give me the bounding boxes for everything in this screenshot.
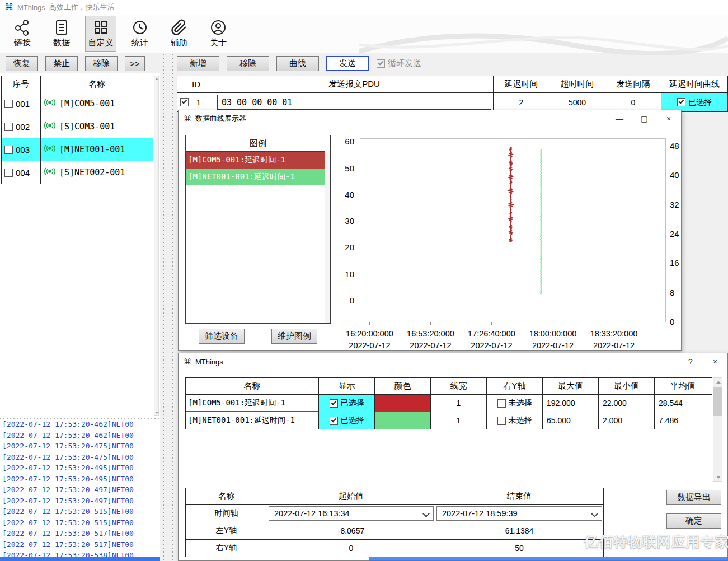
log-panel[interactable]: [2022-07-12 17:53:20-462]NET00 [2022-07-… — [0, 419, 160, 561]
minimize-icon[interactable]: — — [607, 110, 632, 127]
log-line[interactable]: [2022-07-12 17:53:20-462]NET00 — [2, 419, 160, 430]
right-axis-tick-label: 16 — [670, 258, 679, 268]
pdu-row-checkbox[interactable] — [180, 98, 189, 106]
maximize-icon[interactable]: ▢ — [632, 110, 656, 127]
ok-button[interactable]: 确定 — [666, 513, 721, 529]
pdu-curve-cell: 已选择 — [661, 93, 727, 111]
log-line[interactable]: [2022-07-12 17:53:20-515]NET00 — [2, 517, 160, 529]
device-index: 004 — [16, 168, 30, 177]
series-linewidth-cell[interactable]: 1 — [431, 412, 487, 429]
device-row[interactable]: 004 [S]NET002-001 — [2, 161, 153, 184]
series-linewidth-cell[interactable]: 1 — [431, 395, 487, 412]
device-checkbox[interactable] — [4, 169, 13, 177]
toolbar-item-data[interactable]: 数据 — [46, 16, 77, 52]
pdu-delay-cell[interactable]: 2 — [494, 93, 549, 111]
right-y-checkbox[interactable] — [497, 399, 506, 408]
remove-button[interactable]: 移除 — [227, 56, 269, 71]
toolbar-item-statistics[interactable]: 统计 — [124, 16, 156, 52]
settings-dialog-title: MThings — [195, 358, 223, 366]
device-checkbox[interactable] — [4, 123, 13, 131]
series-color-swatch[interactable] — [375, 412, 431, 429]
toolbar-item-link[interactable]: 链接 — [7, 16, 38, 52]
legend-item-red[interactable]: [M]COM5-001:延迟时间-1 — [186, 152, 330, 169]
filter-devices-button[interactable]: 筛选设备 — [199, 329, 245, 344]
device-row[interactable]: 001 [M]COM5-001 — [2, 92, 153, 115]
remove-device-button[interactable]: 移除 — [85, 56, 118, 71]
device-name: [M]NET001-001 — [59, 144, 125, 155]
x-axis-tickmark — [430, 322, 431, 325]
expand-button[interactable]: >> — [125, 56, 145, 71]
series-name-cell[interactable]: [M]NET001-001:延迟时间-1 — [186, 412, 319, 429]
pdu-input-field[interactable]: 03 00 00 00 01 — [217, 95, 491, 110]
log-line[interactable]: [2022-07-12 17:53:20-475]NET00 — [2, 441, 160, 452]
series-row[interactable]: [M]NET001-001:延迟时间-1 已选择 1 未选择 65.000 2.… — [186, 412, 712, 429]
right-y-end-value[interactable]: 50 — [435, 540, 603, 557]
legend-item-green[interactable]: [M]NET001-001:延迟时间-1 — [186, 169, 330, 185]
show-checkbox[interactable] — [330, 417, 338, 425]
help-icon[interactable]: ? — [678, 353, 703, 370]
log-line[interactable]: [2022-07-12 17:53:20-495]NET00 — [2, 474, 160, 485]
restore-button[interactable]: 恢复 — [6, 56, 38, 71]
device-name: [M]COM5-001 — [59, 99, 115, 109]
time-start-combobox[interactable]: 2022-07-12 16:13:34 — [269, 506, 434, 521]
close-icon[interactable]: × — [703, 353, 727, 370]
curve-selected-checkbox[interactable] — [677, 98, 685, 106]
toolbar-item-label: 链接 — [14, 38, 31, 48]
device-list-scrollbar[interactable] — [154, 76, 159, 416]
log-line[interactable]: [2022-07-12 17:53:20-495]NET00 — [2, 462, 160, 474]
col-header-name: 名称 — [186, 378, 319, 394]
pdu-interval-cell[interactable]: 0 — [605, 93, 661, 111]
add-button[interactable]: 新增 — [177, 56, 219, 71]
maintain-legend-button[interactable]: 维护图例 — [271, 329, 317, 344]
series-color-swatch[interactable] — [375, 395, 431, 412]
legend-scrollbar[interactable] — [325, 151, 330, 323]
right-y-checkbox[interactable] — [497, 417, 506, 425]
close-icon[interactable]: × — [656, 110, 681, 127]
left-axis-tick-label: 0 — [350, 295, 354, 305]
left-y-start-value[interactable]: -8.0657 — [267, 522, 435, 539]
scroll-down-icon — [155, 412, 158, 414]
toolbar-item-label: 自定义 — [88, 38, 114, 48]
loop-send-label: 循环发送 — [388, 58, 421, 69]
time-end-combobox[interactable]: 2022-07-12 18:59:39 — [436, 506, 602, 521]
curve-button[interactable]: 曲线 — [276, 56, 319, 71]
data-export-button[interactable]: 数据导出 — [666, 490, 721, 505]
right-y-start-value[interactable]: 0 — [267, 540, 435, 557]
left-y-end-value[interactable]: 61.1384 — [435, 522, 603, 539]
right-axis-tick-label: 48 — [670, 141, 679, 151]
col-header-min: 最小值 — [599, 378, 655, 394]
disable-button[interactable]: 禁止 — [45, 56, 78, 71]
right-axis-tick-label: 40 — [670, 170, 679, 180]
series-row[interactable]: [M]COM5-001:延迟时间-1 已选择 1 未选择 192.000 22.… — [186, 395, 712, 412]
send-button[interactable]: 发送 — [326, 56, 369, 71]
log-line[interactable]: [2022-07-12 17:53:20-497]NET00 — [2, 495, 160, 507]
log-line[interactable]: [2022-07-12 17:53:20-517]NET00 — [2, 528, 160, 539]
device-row-selected[interactable]: 003 [M]NET001-001 — [2, 138, 153, 161]
scrollbar-thumb[interactable] — [713, 387, 722, 416]
show-checkbox[interactable] — [330, 399, 338, 408]
vertical-splitter[interactable] — [161, 54, 175, 561]
col-header-delay-curve: 延迟时间曲线 — [661, 76, 727, 92]
series-name-cell[interactable]: [M]COM5-001:延迟时间-1 — [186, 395, 319, 412]
log-line[interactable]: [2022-07-12 17:53:20-515]NET00 — [2, 506, 160, 517]
log-line[interactable]: [2022-07-12 17:53:20-475]NET00 — [2, 452, 160, 463]
device-row[interactable]: 002 [S]COM3-001 — [2, 115, 153, 138]
log-selected-line[interactable] — [0, 557, 160, 561]
pdu-timeout-cell[interactable]: 5000 — [549, 93, 605, 111]
log-line[interactable]: [2022-07-12 17:53:20-517]NET00 — [2, 539, 160, 550]
splitter-dots — [172, 54, 173, 561]
pdu-row[interactable]: 1 03 00 00 00 01 2 5000 0 已选择 — [177, 93, 727, 111]
curve-dialog-titlebar[interactable]: ⌘ 数据曲线展示器 — ▢ × — [179, 110, 681, 127]
log-line[interactable]: [2022-07-12 17:53:20-497]NET00 — [2, 484, 160, 495]
settings-dialog-titlebar[interactable]: ⌘ MThings ? × — [179, 353, 727, 370]
log-line[interactable]: [2022-07-12 17:53:20-462]NET00 — [2, 430, 160, 441]
toolbar-item-about[interactable]: 关于 — [203, 16, 234, 52]
loop-send-toggle[interactable]: 循环发送 — [377, 58, 421, 69]
loop-send-checkbox[interactable] — [377, 59, 385, 68]
series-table-scrollbar[interactable] — [713, 377, 722, 482]
device-checkbox[interactable] — [4, 146, 13, 154]
toolbar-item-label: 辅助 — [171, 38, 187, 48]
toolbar-item-auxiliary[interactable]: 辅助 — [163, 16, 195, 52]
toolbar-item-customize[interactable]: 自定义 — [85, 16, 116, 52]
device-checkbox[interactable] — [4, 100, 13, 108]
